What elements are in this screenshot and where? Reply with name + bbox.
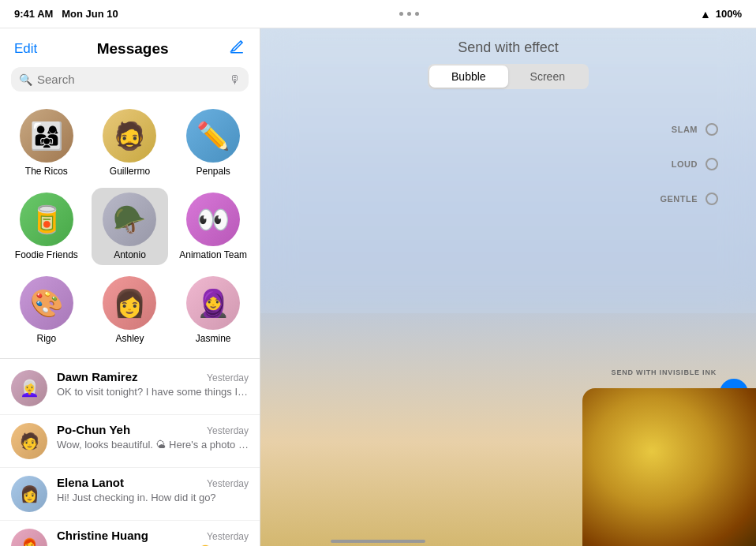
- avatar-circle-ashley: 👩: [103, 276, 156, 330]
- effects-sidebar: SLAM LOUD GENTLE: [660, 123, 756, 205]
- effect-toggle: Bubble Screen: [428, 64, 589, 89]
- invisible-ink-label: SEND WITH INVISIBLE INK: [612, 368, 717, 376]
- avatar-label-rigo: Rigo: [36, 333, 56, 344]
- date-display: Mon Jun 10: [62, 8, 118, 20]
- status-center-dots: [399, 12, 419, 16]
- conversation-item-dawn[interactable]: 👩‍🦳Dawn RamirezYesterdayOK to visit toni…: [0, 362, 260, 415]
- avatar-label-jasmine: Jasmine: [196, 333, 231, 344]
- avatar-item-antonio[interactable]: 🪖Antonio: [92, 188, 169, 265]
- slam-label: SLAM: [672, 125, 698, 134]
- conv-time-christine: Yesterday: [207, 531, 249, 542]
- avatar-circle-ricos: 👨‍👩‍👧: [20, 109, 73, 163]
- tab-bubble[interactable]: Bubble: [429, 65, 508, 88]
- slam-radio[interactable]: [705, 123, 718, 136]
- avatar-label-guillermo: Guillermo: [110, 166, 150, 177]
- right-panel-content: Send with effect Bubble Screen: [260, 28, 756, 89]
- conv-name-pochun: Po-Chun Yeh: [57, 423, 130, 436]
- avatar-item-guillermo[interactable]: 🧔Guillermo: [92, 104, 169, 181]
- divider: [0, 358, 260, 359]
- dot1: [399, 12, 403, 16]
- avatar-label-animation: Animation Team: [179, 249, 247, 260]
- effect-loud[interactable]: LOUD: [672, 158, 718, 170]
- avatar-item-jasmine[interactable]: 🧕Jasmine: [174, 271, 252, 349]
- conv-name-christine: Christine Huang: [57, 529, 148, 542]
- tab-screen[interactable]: Screen: [508, 65, 587, 88]
- messages-header: Edit Messages: [0, 28, 260, 65]
- avatar-item-ricos[interactable]: 👨‍👩‍👧The Ricos: [8, 104, 85, 181]
- status-bar: 9:41 AM Mon Jun 10 ▲ 100%: [0, 0, 756, 28]
- search-input[interactable]: [37, 73, 224, 86]
- microphone-icon[interactable]: 🎙: [229, 73, 241, 86]
- avatar-item-penpals[interactable]: ✏️Penpals: [174, 104, 252, 181]
- search-icon: 🔍: [19, 73, 32, 86]
- dot2: [407, 12, 411, 16]
- avatar-circle-jasmine: 🧕: [186, 276, 240, 330]
- avatar-grid: 👨‍👩‍👧The Ricos🧔Guillermo✏️Penpals🥫Foodie…: [0, 99, 260, 353]
- conv-time-elena: Yesterday: [207, 478, 249, 489]
- avatar-label-ashley: Ashley: [115, 333, 144, 344]
- avatar-label-antonio: Antonio: [114, 249, 146, 260]
- conv-avatar-dawn: 👩‍🦳: [11, 370, 47, 406]
- avatar-circle-rigo: 🎨: [20, 276, 73, 330]
- avatar-label-ricos: The Ricos: [25, 166, 68, 177]
- home-indicator: [331, 540, 425, 543]
- conversation-item-christine[interactable]: 👩‍🦰Christine HuangYesterdayMe too, haha.…: [0, 521, 260, 546]
- preview-card: [582, 388, 756, 546]
- time-display: 9:41 AM: [14, 8, 53, 20]
- messages-title: Messages: [97, 40, 169, 58]
- conv-avatar-pochun: 🧑: [11, 423, 47, 459]
- send-effect-title: Send with effect: [458, 39, 559, 56]
- gentle-radio[interactable]: [705, 193, 718, 205]
- svg-rect-0: [230, 52, 243, 54]
- edit-button[interactable]: Edit: [14, 41, 37, 57]
- avatar-item-animation[interactable]: 👀Animation Team: [174, 188, 252, 265]
- avatar-label-penpals: Penpals: [196, 166, 230, 177]
- conversation-list: 👩‍🦳Dawn RamirezYesterdayOK to visit toni…: [0, 362, 260, 546]
- conv-preview-dawn: OK to visit tonight? I have some things …: [57, 385, 249, 399]
- avatar-label-foodie: Foodie Friends: [15, 249, 78, 260]
- conv-time-pochun: Yesterday: [207, 425, 249, 436]
- conv-preview-elena: Hi! Just checking in. How did it go?: [57, 491, 249, 505]
- status-right: ▲ 100%: [700, 8, 742, 21]
- conv-avatar-christine: 👩‍🦰: [11, 529, 47, 546]
- conv-body-christine: Christine HuangYesterdayMe too, haha. Se…: [57, 529, 249, 546]
- avatar-circle-foodie: 🥫: [20, 193, 73, 246]
- messages-panel: Edit Messages 🔍 🎙 👨‍👩‍👧The Ricos🧔Guiller…: [0, 28, 260, 546]
- conv-name-elena: Elena Lanot: [57, 476, 124, 489]
- effect-gentle[interactable]: GENTLE: [660, 193, 718, 205]
- conv-time-dawn: Yesterday: [207, 372, 249, 383]
- conversation-item-elena[interactable]: 👩Elena LanotYesterdayHi! Just checking i…: [0, 468, 260, 521]
- conv-name-dawn: Dawn Ramirez: [57, 370, 138, 383]
- conv-preview-pochun: Wow, looks beautiful. 🌤 Here's a photo o…: [57, 438, 249, 452]
- avatar-circle-penpals: ✏️: [186, 109, 240, 163]
- preview-card-inner: [582, 388, 756, 546]
- gentle-label: GENTLE: [660, 194, 698, 204]
- avatar-circle-guillermo: 🧔: [103, 109, 156, 163]
- right-panel: Send with effect Bubble Screen SLAM LOUD…: [260, 28, 756, 546]
- conv-body-pochun: Po-Chun YehYesterdayWow, looks beautiful…: [57, 423, 249, 452]
- conv-body-elena: Elena LanotYesterdayHi! Just checking in…: [57, 476, 249, 505]
- battery-indicator: 100%: [716, 8, 742, 20]
- wifi-icon: ▲: [700, 8, 711, 21]
- effect-slam[interactable]: SLAM: [672, 123, 718, 136]
- conv-avatar-elena: 👩: [11, 476, 47, 512]
- avatar-item-ashley[interactable]: 👩Ashley: [92, 271, 169, 349]
- dot3: [415, 12, 419, 16]
- compose-icon[interactable]: [228, 38, 245, 59]
- avatar-circle-antonio: 🪖: [103, 193, 156, 246]
- search-bar[interactable]: 🔍 🎙: [11, 67, 249, 92]
- status-time: 9:41 AM Mon Jun 10: [14, 8, 118, 20]
- conv-body-dawn: Dawn RamirezYesterdayOK to visit tonight…: [57, 370, 249, 399]
- avatar-item-foodie[interactable]: 🥫Foodie Friends: [8, 188, 85, 265]
- loud-radio[interactable]: [705, 158, 718, 170]
- conversation-item-pochun[interactable]: 🧑Po-Chun YehYesterdayWow, looks beautifu…: [0, 415, 260, 468]
- avatar-circle-animation: 👀: [186, 193, 240, 246]
- loud-label: LOUD: [672, 159, 698, 169]
- avatar-item-rigo[interactable]: 🎨Rigo: [8, 271, 85, 349]
